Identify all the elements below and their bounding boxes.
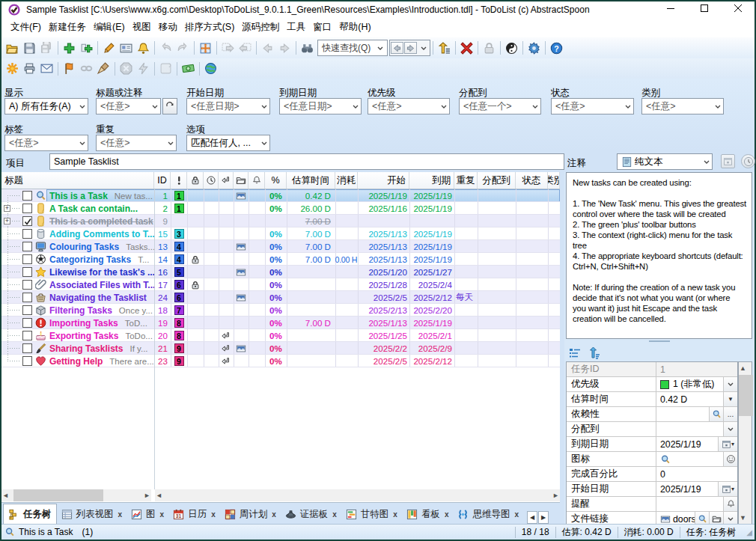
- attribute-row-reminder[interactable]: 提醒: [567, 497, 737, 512]
- filter-start-date-combo[interactable]: <任意日期>: [186, 98, 270, 114]
- dropdown-button[interactable]: [723, 377, 737, 391]
- comments-format-combo[interactable]: 纯文本: [617, 153, 713, 170]
- task-row[interactable]: +A Task can contain...210%26.00 D2025/1/…: [1, 202, 560, 215]
- task-checkbox[interactable]: [22, 229, 32, 239]
- binoc-button[interactable]: [299, 40, 316, 56]
- sortattr-button[interactable]: [588, 347, 600, 359]
- scroll-right-arrow[interactable]: ►: [552, 489, 560, 501]
- column-header-start[interactable]: 开始: [358, 172, 409, 189]
- menu-item-file[interactable]: 文件(F): [7, 18, 45, 37]
- tab-close-button[interactable]: x: [332, 510, 337, 519]
- search-forward-button[interactable]: [404, 42, 417, 54]
- save-button[interactable]: [21, 40, 38, 56]
- tab-scroll-right[interactable]: ▶: [538, 511, 549, 524]
- task-row[interactable]: Getting HelpThere are...2390%2025/2/5202…: [1, 355, 560, 367]
- menu-item-sort-by[interactable]: 排序方式(S): [181, 18, 239, 37]
- column-header-status[interactable]: 状态: [516, 172, 548, 189]
- filter-due-date-combo[interactable]: <任意日期>: [279, 98, 362, 114]
- spin-button[interactable]: ▼: [723, 392, 737, 406]
- task-checkbox[interactable]: [22, 318, 32, 328]
- task-checkbox[interactable]: [22, 216, 32, 226]
- scroll-track[interactable]: [163, 489, 552, 501]
- gear-button[interactable]: [525, 40, 543, 56]
- attribute-row-time-estimate[interactable]: 估算时间0.42 D▼: [567, 392, 737, 407]
- maximize-button[interactable]: [687, 0, 721, 16]
- filter-show-combo[interactable]: A) 所有任务(A): [4, 98, 88, 114]
- task-row[interactable]: Associated Files with T...1760%2025/1/28…: [1, 278, 560, 291]
- yinyang-button[interactable]: [503, 40, 520, 56]
- task-row[interactable]: Importing TasksToD...1980%7.00 D2025/1/1…: [1, 317, 560, 329]
- task-row[interactable]: Exporting TasksToDo...2080%2025/1/252025…: [1, 329, 560, 342]
- task-checkbox[interactable]: [22, 356, 32, 366]
- column-header-title[interactable]: 标题: [1, 172, 154, 189]
- scroll-down-arrow[interactable]: ▼: [739, 512, 747, 524]
- tab-evidence-board[interactable]: 证据板x: [281, 504, 341, 524]
- sort-button[interactable]: [436, 40, 453, 56]
- column-header-file[interactable]: [234, 172, 249, 189]
- task-row[interactable]: Adding Comments to T...1530%7.00 D2025/1…: [1, 227, 560, 240]
- filter-title-or-comments-combo[interactable]: <任意>: [96, 98, 161, 114]
- column-header-lock[interactable]: [187, 172, 204, 189]
- task-checkbox[interactable]: [22, 204, 32, 213]
- tab-close-button[interactable]: x: [211, 510, 216, 519]
- minimize-button[interactable]: [653, 0, 687, 16]
- column-header-pct[interactable]: %: [265, 172, 287, 189]
- project-input[interactable]: Sample Tasklist: [49, 153, 564, 170]
- card-button[interactable]: [118, 40, 135, 56]
- ellipsis-button[interactable]: ...: [723, 407, 737, 421]
- menu-item-move[interactable]: 移动: [155, 18, 181, 37]
- menu-item-help[interactable]: 帮助(H): [335, 18, 374, 37]
- scroll-right-arrow[interactable]: ►: [143, 489, 151, 501]
- tab-week-planner[interactable]: 周计划x: [220, 504, 281, 524]
- attribute-row-task-id[interactable]: 任务ID1: [567, 362, 737, 377]
- column-header-due[interactable]: 到期: [409, 172, 454, 189]
- search-back-button[interactable]: [391, 42, 403, 54]
- task-row[interactable]: Sharing TasklistsIf y...2190%2025/2/2202…: [1, 342, 560, 355]
- menu-item-window[interactable]: 窗口: [309, 18, 335, 37]
- folder-open-button[interactable]: [4, 40, 21, 56]
- expand-button[interactable]: +: [4, 218, 10, 224]
- task-checkbox[interactable]: [22, 293, 32, 302]
- column-header-clock[interactable]: [204, 172, 219, 189]
- column-header-bell[interactable]: [249, 172, 265, 189]
- flag-button[interactable]: [61, 61, 78, 77]
- zoom-button[interactable]: [695, 512, 709, 524]
- columns-hscrollbar[interactable]: ◄ ►: [155, 489, 560, 501]
- icon-picker-button[interactable]: [723, 452, 737, 466]
- scroll-track[interactable]: [10, 489, 143, 501]
- tab-mind-map[interactable]: 思维导图x: [453, 504, 523, 524]
- task-checkbox[interactable]: [22, 242, 32, 251]
- menu-item-tools[interactable]: 工具: [283, 18, 309, 37]
- column-header-id[interactable]: ID: [154, 172, 171, 189]
- attributes-vscrollbar[interactable]: ▲ ▼: [738, 361, 752, 524]
- task-checkbox[interactable]: [22, 305, 32, 315]
- scroll-thumb[interactable]: [13, 489, 103, 501]
- attribute-row-percent-done[interactable]: 完成百分比0: [567, 467, 737, 482]
- column-header-rpt[interactable]: 重复: [454, 172, 478, 189]
- tab-close-button[interactable]: x: [272, 510, 276, 519]
- column-header-cat[interactable]: 类别: [548, 172, 560, 189]
- globe-button[interactable]: [202, 61, 219, 77]
- tab-list-view[interactable]: 列表视图x: [57, 504, 127, 524]
- column-header-est[interactable]: 估算时间: [287, 172, 335, 189]
- task-checkbox[interactable]: [22, 267, 32, 277]
- task-checkbox[interactable]: [22, 254, 32, 264]
- task-checkbox[interactable]: [22, 280, 32, 290]
- bell-button[interactable]: [135, 40, 152, 56]
- delx-button[interactable]: [458, 40, 475, 56]
- task-row[interactable]: +This is a completed task97.00 D: [1, 215, 560, 227]
- reminder-button[interactable]: [723, 497, 737, 511]
- filter-refresh-button[interactable]: [162, 98, 177, 114]
- resize-grip[interactable]: ◢: [742, 528, 755, 537]
- task-row[interactable]: Filtering TasksOnce y...1870%2025/2/1320…: [1, 304, 560, 317]
- comments-save-button[interactable]: [721, 154, 735, 168]
- envelope-button[interactable]: [38, 61, 55, 77]
- filter-alloc-to-combo[interactable]: <任意一个>: [459, 98, 541, 114]
- printer-button[interactable]: [21, 61, 38, 77]
- browse-button[interactable]: [709, 407, 723, 421]
- comments-text[interactable]: New tasks can be created using: 1. The '…: [566, 172, 752, 339]
- scroll-left-arrow[interactable]: ◄: [1, 489, 10, 501]
- task-checkbox[interactable]: [22, 191, 32, 201]
- tab-close-button[interactable]: x: [118, 510, 123, 519]
- tab-close-button[interactable]: x: [514, 510, 519, 519]
